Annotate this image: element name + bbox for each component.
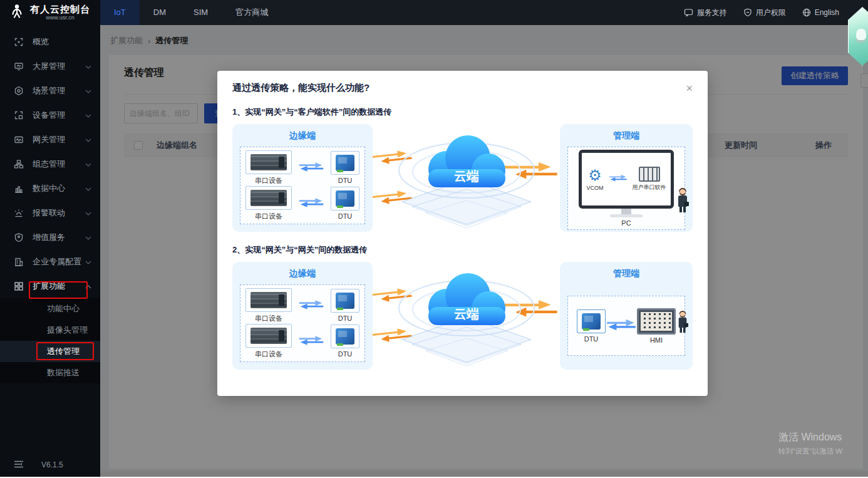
sidebar-item-gateway[interactable]: 网关管理	[0, 127, 100, 152]
edge-panel-title: 边缘端	[240, 130, 365, 142]
sidebar-item-enterprise[interactable]: 企业专属配置	[0, 249, 100, 274]
edge-dashed-area: 串口设备 DTU 串口设备 DTU	[240, 284, 365, 362]
badge-icon	[14, 232, 24, 242]
chevron-down-icon	[85, 257, 91, 266]
svg-text:云端: 云端	[454, 169, 479, 183]
blue-double-arrow-icon	[298, 335, 324, 348]
section1-diagram: 边缘端 串口设备 DTU 串口设备 DTU	[232, 124, 693, 232]
dtu-label: DTU	[338, 350, 353, 358]
serial-device-label: 串口设备	[255, 350, 282, 359]
serial-device-image	[245, 324, 292, 348]
close-icon[interactable]: ×	[686, 83, 693, 94]
pc-illustration: ⚙ VCOM 用户串口软件 PC	[573, 150, 679, 227]
passthrough-help-modal: 通过透传策略，能实现什么功能? × 1、实现“网关”与“客户端软件”间的数据透传…	[217, 71, 708, 396]
version-label: V6.1.5	[41, 460, 63, 469]
user-permission-label: 用户权限	[756, 8, 786, 18]
section2-diagram: 边缘端 串口设备 DTU 串口设备 DTU	[232, 262, 693, 370]
sidebar-item-scene[interactable]: 场景管理	[0, 78, 100, 103]
blue-double-arrow-icon	[298, 161, 324, 175]
submenu-item-function-center[interactable]: 功能中心	[0, 298, 100, 320]
logo[interactable]: 有人云控制台 www.usr.cn	[0, 0, 100, 25]
businessman-illustration	[677, 188, 688, 213]
chevron-down-icon	[85, 110, 91, 120]
sidebar-item-label: 增值服务	[33, 232, 85, 243]
sidebar-item-overview[interactable]: 概览	[0, 29, 100, 54]
screen-icon	[14, 61, 24, 71]
hmi-image	[637, 308, 676, 335]
sidebar-item-alarm[interactable]: 报警联动	[0, 200, 100, 225]
service-support-link[interactable]: 服务支持	[684, 8, 727, 18]
logo-title: 有人云控制台	[30, 4, 90, 14]
submenu-item-passthrough[interactable]: 透传管理	[0, 341, 100, 362]
topbar-right: 服务支持 用户权限 English	[684, 8, 868, 18]
user-permission-link[interactable]: 用户权限	[743, 8, 786, 18]
section2-cloud-zone: 云端	[373, 262, 560, 370]
tab-iot[interactable]: IoT	[100, 0, 140, 25]
section1-edge-panel: 边缘端 串口设备 DTU 串口设备 DTU	[232, 124, 373, 232]
edge-row-2: 串口设备 DTU	[245, 186, 359, 221]
sidebar-item-label: 数据中心	[33, 183, 85, 194]
watermark-line2: 转到“设置”以激活 W	[778, 447, 842, 456]
watermark-line1: 激活 Windows	[778, 431, 842, 444]
sidebar-item-label: 网关管理	[33, 134, 85, 145]
usr-person-icon	[9, 3, 25, 22]
chevron-down-icon	[85, 232, 91, 242]
sidebar-item-label: 概览	[33, 36, 91, 48]
tab-mall[interactable]: 官方商城	[222, 0, 282, 25]
sidebar: 有人云控制台 www.usr.cn 概览 大屏管理 场景管理 设备管理	[0, 0, 100, 478]
chat-icon	[684, 8, 693, 17]
manage-panel-title: 管理端	[567, 130, 685, 142]
monitor-image: ⚙ VCOM 用户串口软件	[579, 150, 674, 209]
svg-text:云端: 云端	[454, 307, 479, 321]
chevron-up-icon	[85, 281, 91, 291]
dtu-image	[331, 325, 359, 348]
cloud-illustration: 云端	[382, 263, 551, 368]
edge-panel-title: 边缘端	[240, 268, 365, 279]
dtu-image	[331, 151, 359, 175]
modal-header: 通过透传策略，能实现什么功能? ×	[232, 82, 693, 94]
edge-dashed-area: 串口设备 DTU 串口设备 DTU	[240, 147, 365, 224]
bar-chart-icon	[14, 184, 24, 194]
serial-device-image	[245, 150, 292, 174]
sidebar-item-label: 组态管理	[33, 158, 85, 170]
sidebar-item-scada[interactable]: 组态管理	[0, 152, 100, 176]
tab-dm[interactable]: DM	[140, 0, 180, 25]
service-support-label: 服务支持	[697, 8, 727, 18]
scene-icon	[14, 86, 24, 96]
blue-double-arrow-icon	[298, 197, 324, 210]
sidebar-item-device[interactable]: 设备管理	[0, 103, 100, 127]
sidebar-item-extension[interactable]: 扩展功能	[0, 274, 100, 298]
sidebar-item-datacenter[interactable]: 数据中心	[0, 176, 100, 200]
vcom-gear-icon: ⚙	[588, 168, 602, 183]
shield-icon	[743, 8, 752, 17]
dtu-label: DTU	[338, 212, 353, 220]
sidebar-item-label: 扩展功能	[33, 281, 85, 292]
chevron-down-icon	[85, 159, 91, 169]
sidebar-item-bigscreen[interactable]: 大屏管理	[0, 54, 100, 78]
manage-panel-title: 管理端	[567, 268, 685, 279]
section1-heading: 1、实现“网关”与“客户端软件”间的数据透传	[232, 107, 693, 118]
chevron-down-icon	[85, 135, 91, 144]
sidebar-item-label: 场景管理	[33, 85, 85, 96]
chevron-down-icon	[85, 184, 91, 193]
chevron-down-icon	[85, 86, 91, 95]
logo-text: 有人云控制台 www.usr.cn	[30, 4, 90, 21]
sidebar-item-vas[interactable]: 增值服务	[0, 225, 100, 249]
collapse-sidebar-icon[interactable]	[14, 460, 24, 470]
edge-row-1: 串口设备 DTU	[245, 150, 359, 185]
edge-row-1: 串口设备 DTU	[245, 288, 359, 323]
sidebar-item-label: 设备管理	[33, 110, 85, 121]
tab-sim[interactable]: SIM	[180, 0, 222, 25]
manage-dashed-area: DTU HMI	[567, 296, 685, 356]
logo-subtitle: www.usr.cn	[30, 14, 90, 21]
submenu-item-datapush[interactable]: 数据推送	[0, 362, 100, 383]
language-switch[interactable]: English	[802, 8, 839, 17]
product-tabs: IoT DM SIM 官方商城	[100, 0, 282, 25]
submenu-item-camera[interactable]: 摄像头管理	[0, 320, 100, 341]
dtu-image	[331, 187, 359, 210]
hexagon-avatar-figure	[856, 29, 866, 43]
building-icon	[14, 257, 24, 267]
serial-device-image	[245, 186, 292, 210]
globe-icon	[802, 8, 811, 17]
section2-manage-panel: 管理端 DTU HMI	[560, 262, 693, 370]
